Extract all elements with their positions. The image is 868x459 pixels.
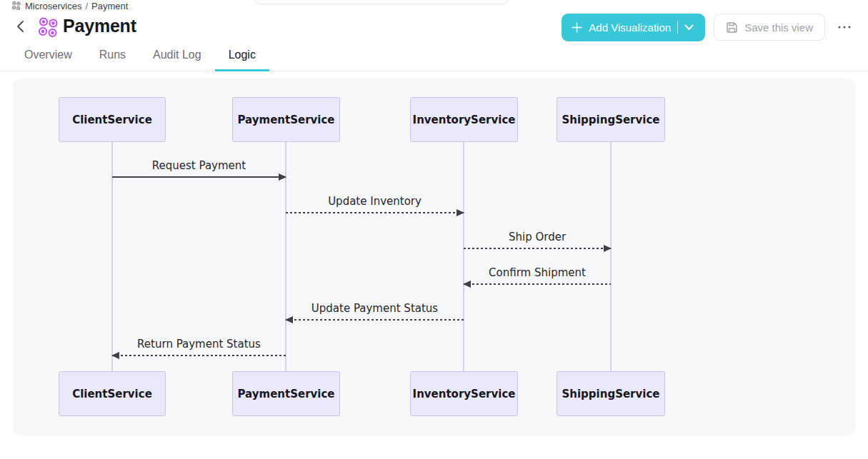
message-ship-order: Ship Order	[464, 230, 611, 249]
chevron-down-icon[interactable]	[684, 24, 694, 31]
message-label: Update Payment Status	[286, 301, 464, 316]
message-arrow-dashed-right	[464, 248, 611, 249]
tab-bar: Overview Runs Audit Log Logic	[0, 43, 868, 71]
actor-top-clientservice: ClientService	[59, 97, 166, 142]
floppy-disk-icon	[726, 21, 738, 34]
arrowhead-right-icon	[457, 209, 464, 216]
add-visualization-label: Add Visualization	[589, 21, 671, 34]
message-return-payment-status: Return Payment Status	[112, 337, 286, 356]
more-options-button[interactable]	[834, 16, 855, 38]
message-arrow-dashed-right	[286, 212, 464, 213]
actor-bottom-paymentservice: PaymentService	[232, 371, 340, 416]
button-divider	[677, 21, 678, 34]
lifeline-shippingservice	[610, 142, 612, 371]
page-title: Payment	[63, 16, 136, 36]
lifeline-inventoryservice	[463, 142, 464, 371]
message-arrow-dashed-left	[464, 283, 611, 285]
actor-bottom-inventoryservice: InventoryService	[410, 371, 518, 416]
actor-top-paymentservice: PaymentService	[232, 97, 340, 142]
floating-toolbar-remnant	[254, 0, 509, 4]
message-arrow-dashed-left	[112, 355, 286, 356]
arrowhead-left-icon	[463, 281, 471, 288]
message-label: Request Payment	[112, 158, 286, 173]
tab-overview[interactable]: Overview	[11, 43, 86, 71]
message-label: Return Payment Status	[112, 337, 286, 352]
message-label: Confirm Shipment	[464, 266, 611, 281]
arrowhead-left-icon	[111, 352, 119, 359]
actor-top-shippingservice: ShippingService	[557, 97, 665, 142]
message-label: Ship Order	[464, 230, 611, 245]
message-arrow-dashed-left	[286, 319, 464, 321]
message-request-payment: Request Payment	[112, 158, 286, 178]
save-view-button[interactable]: Save this view	[714, 14, 825, 41]
arrowhead-right-icon	[279, 173, 286, 181]
tab-runs[interactable]: Runs	[86, 43, 139, 71]
microservices-cluster-icon	[11, 1, 21, 11]
message-update-inventory: Update Inventory	[286, 194, 464, 213]
actor-top-inventoryservice: InventoryService	[410, 97, 518, 142]
sequence-diagram-canvas: ClientService PaymentService InventorySe…	[13, 79, 855, 435]
message-update-payment-status: Update Payment Status	[286, 301, 464, 321]
add-visualization-button[interactable]: Add Visualization	[562, 14, 705, 41]
page-header: Payment Add Visualization Save this view	[0, 13, 868, 41]
back-button[interactable]	[13, 19, 27, 34]
actor-bottom-clientservice: ClientService	[59, 371, 166, 416]
app-page: Microservices / Payment Payment Add Visu…	[0, 0, 868, 459]
plus-icon	[572, 22, 582, 33]
message-confirm-shipment: Confirm Shipment	[464, 266, 611, 285]
arrowhead-right-icon	[604, 245, 612, 252]
chevron-left-icon	[16, 20, 24, 33]
save-view-label: Save this view	[744, 21, 813, 34]
ellipsis-icon	[838, 26, 851, 29]
header-actions: Add Visualization Save this view	[562, 13, 855, 41]
arrowhead-left-icon	[285, 316, 293, 323]
breadcrumb: Microservices / Payment	[11, 0, 128, 11]
message-arrow-solid-right	[112, 176, 286, 178]
tab-logic[interactable]: Logic	[215, 43, 269, 71]
message-label: Update Inventory	[286, 194, 464, 209]
tab-audit-log[interactable]: Audit Log	[139, 43, 215, 71]
actor-bottom-shippingservice: ShippingService	[557, 371, 665, 416]
breadcrumb-current[interactable]: Payment	[91, 1, 128, 11]
payment-cluster-icon	[37, 16, 60, 41]
breadcrumb-root[interactable]: Microservices	[25, 1, 81, 11]
breadcrumb-separator: /	[85, 1, 88, 11]
